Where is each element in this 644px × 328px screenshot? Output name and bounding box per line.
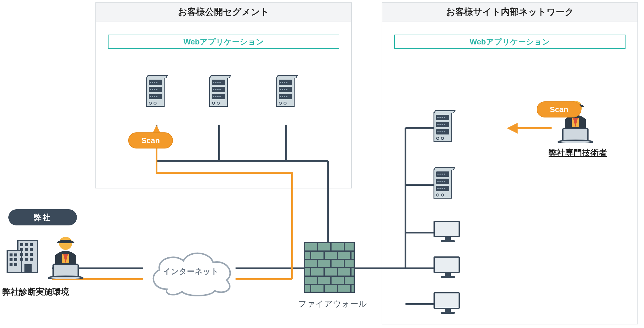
svg-rect-18 (20, 258, 23, 261)
internal-web-server-icon (434, 110, 455, 143)
svg-rect-26 (14, 263, 17, 266)
svg-rect-10 (25, 243, 28, 246)
internet-label: インターネット (163, 266, 219, 277)
public-segment-header: お客様公開セグメント (95, 2, 352, 21)
svg-rect-20 (30, 258, 33, 261)
svg-rect-5 (563, 128, 588, 141)
company-pill: 弊社 (8, 209, 77, 225)
scan-badge-internal: Scan (537, 101, 581, 117)
public-webapp-label: Webアプリケーション (183, 37, 264, 47)
client-pc-icon-2 (434, 256, 462, 281)
scan-badge-public-label: Scan (141, 136, 160, 145)
svg-rect-17 (30, 253, 33, 256)
svg-rect-24 (14, 258, 17, 261)
firewall-icon (304, 242, 355, 293)
internet-cloud: インターネット (143, 245, 239, 298)
web-server-icon (146, 75, 168, 108)
svg-rect-11 (30, 243, 33, 246)
public-webapp-header: Webアプリケーション (108, 35, 339, 49)
svg-rect-19 (25, 258, 28, 261)
svg-rect-27 (24, 264, 32, 273)
engineer-label: 弊社専門技術者 (549, 147, 607, 159)
internal-webapp-label: Webアプリケーション (470, 37, 550, 47)
firewall-label: ファイアウォール (298, 298, 367, 310)
smtp-server-icon (276, 75, 298, 108)
svg-rect-14 (30, 248, 33, 251)
svg-rect-13 (25, 248, 28, 251)
svg-rect-23 (10, 258, 13, 261)
svg-rect-25 (10, 263, 13, 266)
svg-rect-15 (20, 253, 23, 256)
client-pc-icon-3 (434, 292, 462, 317)
internal-network-title: お客様サイト内部ネットワーク (446, 6, 574, 18)
svg-rect-22 (14, 253, 17, 256)
dns-server-icon (209, 75, 231, 108)
client-pc-icon-1 (434, 221, 462, 245)
internal-db-server-icon (434, 167, 455, 200)
internal-webapp-header: Webアプリケーション (394, 35, 626, 49)
public-segment-title: お客様公開セグメント (178, 6, 269, 18)
svg-point-32 (48, 276, 83, 279)
engineer-icon-company (45, 234, 86, 279)
company-env-label: 弊社診断実施環境 (2, 286, 69, 298)
svg-rect-21 (10, 253, 13, 256)
svg-rect-31 (53, 264, 78, 277)
scan-badge-internal-label: Scan (550, 105, 568, 114)
company-building-icon (5, 239, 41, 274)
scan-badge-public: Scan (128, 132, 173, 148)
svg-point-6 (558, 140, 593, 143)
svg-rect-16 (25, 253, 28, 256)
svg-rect-9 (20, 243, 23, 246)
svg-rect-12 (20, 248, 23, 251)
internal-network-header: お客様サイト内部ネットワーク (382, 2, 638, 21)
company-pill-label: 弊社 (34, 212, 52, 223)
internal-network-body (382, 21, 638, 324)
